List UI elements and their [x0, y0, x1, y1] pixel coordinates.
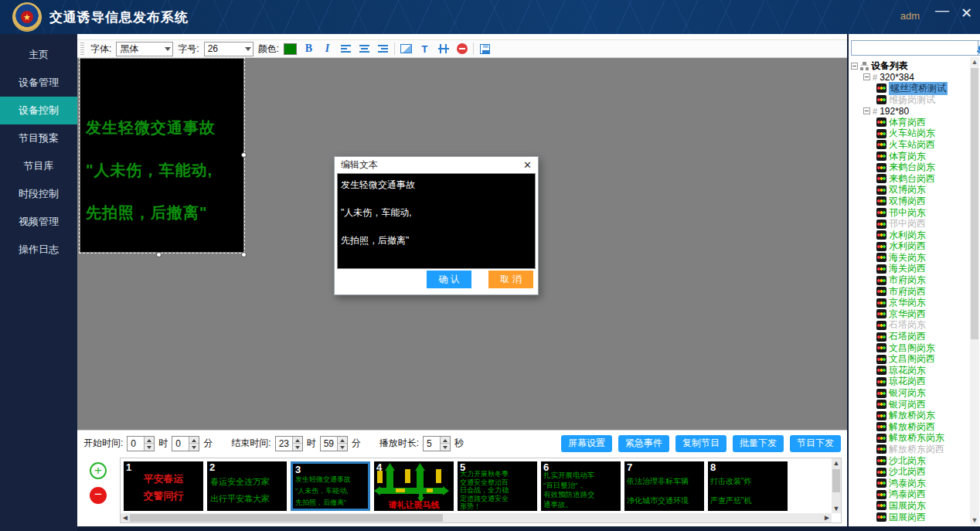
tree-root[interactable]: 设备列表	[851, 60, 969, 72]
tree-group-320*384[interactable]: #320*384	[851, 72, 969, 83]
dialog-textarea[interactable]: 发生轻微交通事故 "人未伤，车能动, 先拍照，后撤离"	[337, 173, 536, 269]
end-minute-input[interactable]: 59	[320, 436, 348, 451]
remove-program-button[interactable]: −	[90, 487, 107, 504]
action-button-0[interactable]: 屏幕设置	[561, 435, 612, 452]
collapse-icon[interactable]	[863, 107, 870, 114]
device-item[interactable]: 体育岗西	[851, 117, 969, 128]
confirm-button[interactable]: 确 认	[427, 271, 471, 288]
device-item[interactable]: 螺丝湾桥测试	[851, 83, 969, 94]
device-item[interactable]: 鸿泰岗西	[851, 489, 969, 501]
program-thumb-4[interactable]: 4请礼让斑马线	[374, 461, 454, 511]
device-item[interactable]: 沙北岗东	[851, 455, 969, 467]
resize-handle-corner[interactable]	[241, 252, 247, 257]
device-item[interactable]: 水利岗东	[851, 230, 969, 241]
action-button-4[interactable]: 节目下发	[790, 435, 841, 452]
collapse-icon[interactable]	[863, 73, 870, 80]
action-button-2[interactable]: 复制节目	[675, 435, 726, 452]
device-item[interactable]: 邗中岗西	[851, 218, 969, 230]
device-item[interactable]: 解放桥岗东	[851, 410, 969, 421]
device-item[interactable]: 国展岗东	[851, 500, 969, 512]
italic-icon[interactable]: I	[320, 42, 335, 56]
cancel-button[interactable]: 取 消	[488, 271, 533, 288]
resize-handle-bottom[interactable]	[156, 252, 162, 257]
delete-icon[interactable]	[454, 42, 469, 56]
sidebar-item-6[interactable]: 视频管理	[0, 208, 77, 236]
device-tree-scrollbar[interactable]: ▲▼	[970, 57, 979, 525]
device-item[interactable]: 解放桥东岗西	[851, 444, 969, 455]
device-item[interactable]: 文昌阁岗西	[851, 353, 969, 365]
sidebar-item-7[interactable]: 操作日志	[0, 236, 77, 264]
align-left-icon[interactable]	[339, 42, 353, 56]
spinner[interactable]	[337, 437, 347, 451]
spinner[interactable]	[292, 437, 302, 451]
collapse-icon[interactable]	[851, 63, 858, 70]
device-item[interactable]: 银河岗东	[851, 387, 969, 399]
action-button-1[interactable]: 紧急事件	[618, 435, 669, 452]
font-size-select[interactable]: 26	[204, 42, 254, 56]
spinner[interactable]	[144, 437, 154, 451]
device-item[interactable]: 火车站岗东	[851, 128, 969, 140]
device-item[interactable]: 海关岗西	[851, 264, 969, 275]
led-preview[interactable]: 发生轻微交通事故"人未伤，车能动,先拍照，后撤离"	[80, 59, 243, 252]
device-item[interactable]: 维扬岗测试	[851, 94, 969, 106]
device-search-input[interactable]	[851, 40, 978, 56]
device-item[interactable]: 解放桥岗西	[851, 421, 969, 433]
device-item[interactable]: 国展岗西	[851, 512, 969, 522]
program-thumb-3[interactable]: 3发生轻微交通事故"人未伤，车能动,先拍照，后撤离"	[291, 461, 370, 511]
program-thumb-7[interactable]: 7依法治理非标车辆净化城市交通环境	[624, 461, 704, 511]
program-vertical-scrollbar[interactable]: ▲▼	[832, 458, 841, 513]
device-item[interactable]: 京华岗西	[851, 308, 969, 320]
device-item[interactable]: 邗中岗东	[851, 207, 969, 219]
text-icon[interactable]: T	[417, 42, 432, 56]
align-right-icon[interactable]	[376, 42, 390, 56]
sidebar-item-2[interactable]: 设备控制	[0, 97, 77, 124]
save-icon[interactable]	[478, 42, 492, 56]
program-thumb-8[interactable]: 8打击改装"炸严查严惩"机	[708, 461, 788, 511]
duration-input[interactable]: 5	[423, 436, 451, 451]
spinner[interactable]	[189, 437, 199, 451]
minimize-button[interactable]: —	[935, 2, 949, 19]
resize-handle-right[interactable]	[241, 152, 247, 158]
device-item[interactable]: 体育岗东	[851, 151, 969, 162]
device-item[interactable]: 双博岗西	[851, 196, 969, 207]
device-item[interactable]: 琼花岗西	[851, 376, 969, 388]
action-button-3[interactable]: 批量下发	[733, 435, 784, 452]
start-minute-input[interactable]: 0	[172, 436, 199, 451]
road-icon[interactable]	[436, 42, 451, 56]
device-item[interactable]: 来鹤台岗西	[851, 173, 969, 185]
bold-icon[interactable]: B	[301, 42, 316, 56]
end-hour-input[interactable]: 23	[275, 436, 303, 451]
device-item[interactable]: 银河岗西	[851, 399, 969, 410]
device-item[interactable]: 市府岗西	[851, 286, 969, 298]
sidebar-item-0[interactable]: 主页	[0, 41, 77, 69]
device-item[interactable]: 鸿泰岗东	[851, 478, 969, 489]
program-horizontal-scrollbar[interactable]: ◄►	[121, 513, 832, 522]
sidebar-item-4[interactable]: 节目库	[0, 152, 77, 180]
device-item[interactable]: 来鹤台岗东	[851, 162, 969, 173]
program-thumb-1[interactable]: 1平安春运交警同行	[124, 461, 203, 511]
device-item[interactable]: 双博岗东	[851, 185, 969, 196]
dialog-close-icon[interactable]: ✕	[523, 159, 532, 171]
image-icon[interactable]	[399, 42, 413, 56]
device-item[interactable]: 市府岗东	[851, 274, 969, 286]
spinner[interactable]	[440, 437, 450, 451]
sidebar-item-5[interactable]: 时段控制	[0, 180, 77, 208]
device-item[interactable]: 水利岗西	[851, 241, 969, 253]
device-item[interactable]: 文昌阁岗东	[851, 342, 969, 354]
close-button[interactable]: ✕	[961, 5, 972, 22]
device-item[interactable]: 石塔岗西	[851, 331, 969, 342]
font-select[interactable]: 黑体	[116, 42, 173, 56]
device-item[interactable]: 石塔岗东	[851, 320, 969, 332]
align-center-icon[interactable]	[357, 42, 372, 56]
program-thumb-6[interactable]: 6扎实开展电动车"百日整治"，有效预防道路交通事故。	[541, 461, 621, 511]
device-item[interactable]: 海关岗东	[851, 252, 969, 264]
add-program-button[interactable]: +	[90, 462, 107, 479]
device-item[interactable]: 解放桥东岗东	[851, 433, 969, 444]
sidebar-item-3[interactable]: 节目预案	[0, 124, 77, 152]
program-thumb-2[interactable]: 2春运安全连万家出行平安靠大家	[207, 461, 287, 511]
start-hour-input[interactable]: 0	[127, 436, 155, 451]
device-item[interactable]: 京华岗东	[851, 297, 969, 308]
sidebar-item-1[interactable]: 设备管理	[0, 69, 77, 97]
program-thumb-5[interactable]: 5大力开展秋冬季交通安全整治百日会战，全力稳定道路交通安全形势！	[458, 461, 537, 511]
device-item[interactable]: 琼花岗东	[851, 365, 969, 376]
